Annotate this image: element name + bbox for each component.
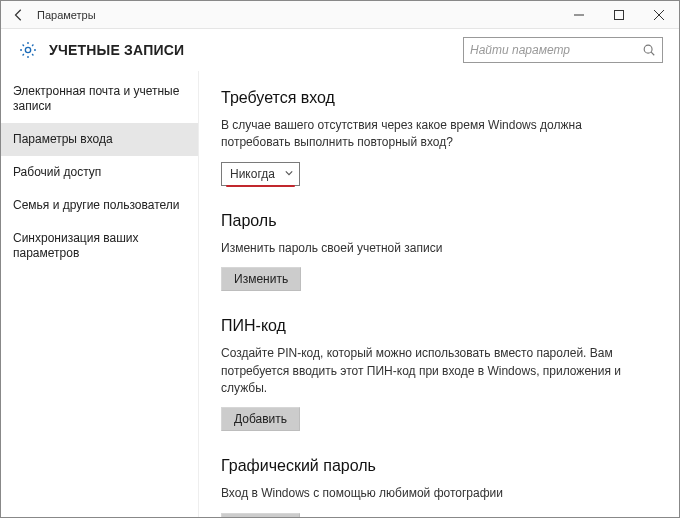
body: Электронная почта и учетные записи Парам… [1, 71, 679, 518]
add-picture-password-button[interactable]: Добавить [221, 513, 300, 518]
search-box[interactable] [463, 37, 663, 63]
gear-icon [17, 39, 39, 61]
svg-point-5 [644, 45, 652, 53]
section-pin: ПИН-код Создайте PIN-код, который можно … [221, 317, 651, 431]
chevron-down-icon [285, 168, 293, 179]
highlight-underline [226, 185, 295, 187]
desc-password: Изменить пароль своей учетной записи [221, 240, 641, 257]
section-password: Пароль Изменить пароль своей учетной зап… [221, 212, 651, 291]
close-button[interactable] [639, 1, 679, 29]
heading-picture-password: Графический пароль [221, 457, 651, 475]
search-icon [642, 43, 656, 57]
sidebar-item-family-other-users[interactable]: Семья и другие пользователи [1, 189, 198, 222]
search-input[interactable] [470, 43, 642, 57]
heading-pin: ПИН-код [221, 317, 651, 335]
heading-require-login: Требуется вход [221, 89, 651, 107]
desc-picture-password: Вход в Windows с помощью любимой фотогра… [221, 485, 641, 502]
require-login-dropdown[interactable]: Никогда [221, 162, 300, 186]
header-row: УЧЕТНЫЕ ЗАПИСИ [1, 29, 679, 71]
svg-rect-1 [615, 10, 624, 19]
maximize-button[interactable] [599, 1, 639, 29]
svg-line-6 [651, 52, 654, 55]
back-button[interactable] [1, 1, 37, 29]
window-title: Параметры [37, 9, 96, 21]
dropdown-value: Никогда [230, 167, 275, 181]
add-pin-button[interactable]: Добавить [221, 407, 300, 431]
sidebar: Электронная почта и учетные записи Парам… [1, 71, 199, 518]
title-bar: Параметры [1, 1, 679, 29]
content: Требуется вход В случае вашего отсутстви… [199, 71, 679, 518]
change-password-button[interactable]: Изменить [221, 267, 301, 291]
svg-point-4 [25, 47, 30, 52]
sidebar-item-work-access[interactable]: Рабочий доступ [1, 156, 198, 189]
minimize-button[interactable] [559, 1, 599, 29]
sidebar-item-signin-options[interactable]: Параметры входа [1, 123, 198, 156]
heading-password: Пароль [221, 212, 651, 230]
sidebar-item-email-accounts[interactable]: Электронная почта и учетные записи [1, 75, 198, 123]
section-require-login: Требуется вход В случае вашего отсутстви… [221, 89, 651, 186]
sidebar-item-sync-settings[interactable]: Синхронизация ваших параметров [1, 222, 198, 270]
desc-pin: Создайте PIN-код, который можно использо… [221, 345, 641, 397]
desc-require-login: В случае вашего отсутствия через какое в… [221, 117, 641, 152]
section-picture-password: Графический пароль Вход в Windows с помо… [221, 457, 651, 518]
section-title: УЧЕТНЫЕ ЗАПИСИ [49, 42, 184, 58]
